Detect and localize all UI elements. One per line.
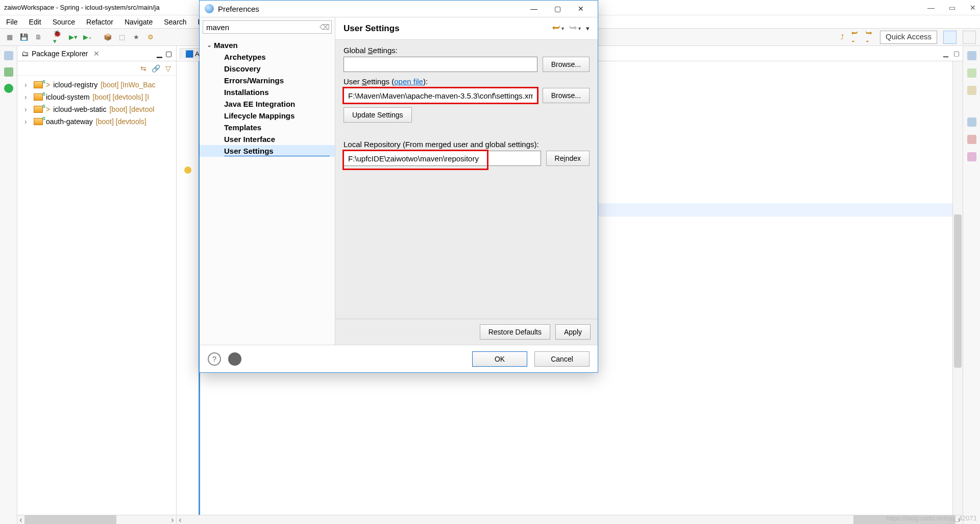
dialog-maximize-icon[interactable]: ▢: [546, 1, 569, 16]
nav-item-javaee[interactable]: Java EE Integration: [200, 98, 335, 110]
update-settings-button[interactable]: Update Settings: [344, 107, 412, 123]
boot-dashboard-icon[interactable]: [4, 84, 13, 93]
dialog-titlebar[interactable]: Preferences — ▢ ✕: [200, 1, 598, 17]
new-icon[interactable]: ▦: [4, 32, 15, 43]
close-view-icon[interactable]: ✕: [93, 50, 100, 58]
maximize-icon[interactable]: ▭: [949, 4, 955, 12]
menu-search[interactable]: Search: [164, 18, 186, 26]
history-forward-icon[interactable]: ⮩▾: [569, 24, 581, 33]
dialog-close-icon[interactable]: ✕: [569, 1, 593, 16]
nav-item-user-settings[interactable]: User Settings: [200, 145, 335, 157]
clear-filter-icon[interactable]: ⌫: [320, 22, 330, 32]
cancel-button[interactable]: Cancel: [534, 351, 590, 367]
perspective-other[interactable]: [963, 31, 976, 44]
collapse-all-icon[interactable]: ⇆: [140, 64, 146, 73]
link-editor-icon[interactable]: 🔗: [152, 64, 160, 73]
expand-icon[interactable]: ›: [24, 105, 31, 113]
misc-icon[interactable]: [967, 152, 976, 161]
local-repository-input[interactable]: [344, 151, 541, 166]
package-explorer-tab[interactable]: 🗂 Package Explorer ✕ ▁ ▢: [17, 46, 176, 61]
restore-defaults-button[interactable]: Restore Defaults: [480, 324, 550, 340]
nav-item-maven[interactable]: ⌄ Maven: [200, 39, 335, 51]
nav-item-lifecycle-mappings[interactable]: Lifecycle Mappings: [200, 110, 335, 122]
editor-vscroll[interactable]: [952, 61, 963, 515]
package-explorer-title: Package Explorer: [32, 50, 88, 58]
project-name[interactable]: icloud-web-static: [53, 105, 106, 113]
minimize-editor-icon[interactable]: ▁: [943, 50, 948, 57]
history-back-icon[interactable]: ⮨▾: [552, 24, 564, 33]
save-all-icon[interactable]: 🗎: [33, 32, 44, 43]
open-file-link[interactable]: open file: [394, 77, 423, 86]
nav-misc-icon[interactable]: ⤴: [837, 32, 848, 43]
nav-item-user-interface[interactable]: User Interface: [200, 133, 335, 145]
quick-access-input[interactable]: Quick Access: [880, 31, 937, 44]
maximize-view-icon[interactable]: ▢: [165, 50, 172, 58]
boards-icon[interactable]: [4, 67, 13, 77]
page-menu-icon[interactable]: ▾: [586, 25, 590, 32]
nav-label: User Settings: [224, 147, 274, 155]
back-icon[interactable]: ⮨ ▾: [851, 32, 863, 43]
editor-hscroll[interactable]: ‹ ›: [177, 515, 963, 524]
nav-item-templates[interactable]: Templates: [200, 122, 335, 133]
menu-file[interactable]: File: [6, 18, 18, 26]
folder-icon: 🗂: [21, 50, 29, 58]
markers-icon[interactable]: [967, 135, 976, 144]
star-icon[interactable]: ★: [131, 32, 142, 43]
nav-item-discovery[interactable]: Discovery: [200, 63, 335, 75]
nav-item-installations[interactable]: Installations: [200, 86, 335, 98]
problems-icon[interactable]: [967, 86, 976, 95]
expand-icon[interactable]: ›: [24, 117, 31, 126]
local-repository-group: Local Repository (From merged user and g…: [344, 140, 590, 166]
menu-source[interactable]: Source: [53, 18, 75, 26]
chevron-down-icon[interactable]: ⌄: [207, 41, 214, 49]
package-explorer-hscroll[interactable]: ‹ ›: [17, 515, 176, 524]
minimize-icon[interactable]: —: [927, 4, 935, 12]
save-icon[interactable]: 💾: [18, 32, 30, 43]
filter-input[interactable]: [203, 20, 332, 34]
nav-item-archetypes[interactable]: Archetypes: [200, 51, 335, 63]
servers-icon[interactable]: [4, 51, 13, 60]
minimize-view-icon[interactable]: ▁: [157, 50, 162, 58]
expand-icon[interactable]: ›: [24, 81, 31, 89]
quick-access-placeholder: Quick Access: [886, 32, 932, 41]
perspective-java[interactable]: [943, 31, 957, 44]
menu-navigate[interactable]: Navigate: [125, 18, 153, 26]
tree-row: › oauth-gateway [boot] [devtools]: [19, 115, 174, 128]
dialog-minimize-icon[interactable]: —: [522, 1, 546, 16]
menu-refactor[interactable]: Refactor: [86, 18, 113, 26]
expand-icon[interactable]: ›: [24, 93, 31, 101]
project-icon: [34, 81, 43, 88]
run-last-icon[interactable]: ▶₊: [82, 32, 93, 43]
tasks-icon[interactable]: [967, 68, 976, 78]
view-menu-icon[interactable]: ▽: [165, 64, 171, 73]
user-settings-input[interactable]: [344, 88, 537, 103]
filter-search: ⌫: [203, 20, 332, 34]
global-settings-input[interactable]: [344, 57, 537, 72]
run-icon[interactable]: ▶▾: [67, 32, 79, 43]
page-header-tools: ⮨▾ ⮩▾ ▾: [552, 24, 590, 33]
maximize-editor-icon[interactable]: ▢: [953, 50, 960, 57]
help-icon[interactable]: ?: [208, 352, 221, 366]
apply-button[interactable]: Apply: [555, 324, 591, 340]
browse-user-button[interactable]: Browse...: [543, 88, 590, 103]
reindex-button[interactable]: Reindex: [546, 151, 590, 166]
nav-item-errors-warnings[interactable]: Errors/Warnings: [200, 75, 335, 86]
project-tree[interactable]: › > icloud-registry [boot] [InWo_Bac › i…: [17, 76, 176, 515]
debug-icon[interactable]: 🐞▾: [53, 32, 64, 43]
warning-marker-icon[interactable]: [184, 166, 191, 174]
prefs-icon[interactable]: ⚙: [145, 32, 156, 43]
nav-tree[interactable]: ⌄ Maven Archetypes Discovery Errors/Warn…: [200, 37, 335, 345]
forward-icon[interactable]: ⮩ ▾: [866, 32, 877, 43]
ok-button[interactable]: OK: [472, 351, 527, 367]
toggle-icon[interactable]: ⬚: [116, 32, 128, 43]
browse-global-button[interactable]: Browse...: [543, 57, 590, 72]
project-name[interactable]: icloud-registry: [53, 81, 97, 89]
menu-edit[interactable]: Edit: [29, 18, 41, 26]
console-icon[interactable]: [967, 117, 976, 127]
project-name[interactable]: oauth-gateway: [46, 117, 93, 126]
build-icon[interactable]: 📦: [102, 32, 113, 43]
outline-icon[interactable]: [967, 51, 976, 60]
close-icon[interactable]: ✕: [970, 4, 976, 12]
project-name[interactable]: icloud-system: [46, 93, 90, 101]
record-icon[interactable]: [228, 352, 241, 366]
